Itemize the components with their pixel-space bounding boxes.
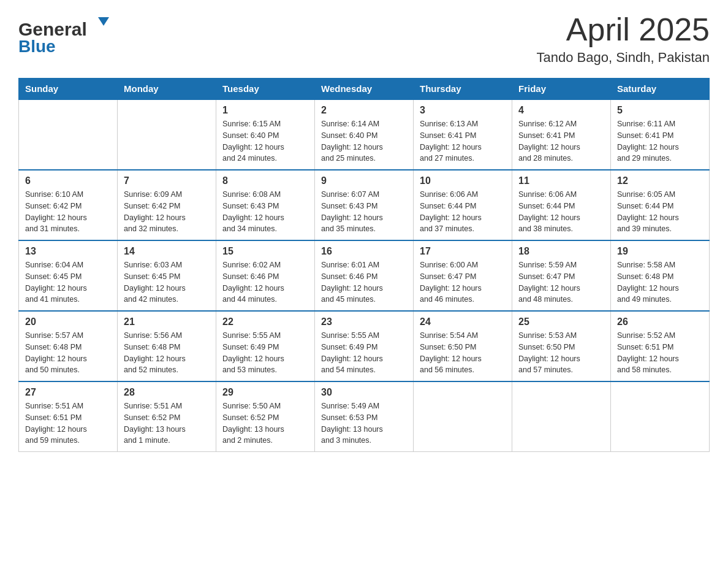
day-number: 11 (518, 175, 604, 186)
day-number: 9 (321, 175, 407, 186)
calendar-day-24: 24Sunrise: 5:54 AM Sunset: 6:50 PM Dayli… (414, 311, 512, 381)
day-info: Sunrise: 5:54 AM Sunset: 6:50 PM Dayligh… (420, 330, 506, 376)
day-info: Sunrise: 5:58 AM Sunset: 6:48 PM Dayligh… (617, 259, 703, 305)
day-number: 19 (617, 246, 703, 257)
day-info: Sunrise: 5:51 AM Sunset: 6:52 PM Dayligh… (124, 400, 210, 446)
day-info: Sunrise: 5:49 AM Sunset: 6:53 PM Dayligh… (321, 400, 407, 446)
day-number: 4 (518, 105, 604, 116)
day-number: 8 (222, 175, 308, 186)
day-number: 22 (222, 316, 308, 327)
day-info: Sunrise: 6:04 AM Sunset: 6:45 PM Dayligh… (25, 259, 111, 305)
calendar-day-26: 26Sunrise: 5:52 AM Sunset: 6:51 PM Dayli… (611, 311, 710, 381)
calendar-body: 1Sunrise: 6:15 AM Sunset: 6:40 PM Daylig… (19, 99, 710, 452)
day-info: Sunrise: 6:14 AM Sunset: 6:40 PM Dayligh… (321, 118, 407, 164)
day-number: 27 (25, 387, 111, 398)
day-number: 12 (617, 175, 703, 186)
calendar-day-30: 30Sunrise: 5:49 AM Sunset: 6:53 PM Dayli… (315, 381, 414, 452)
weekday-header-sunday: Sunday (19, 79, 118, 100)
calendar-day-9: 9Sunrise: 6:07 AM Sunset: 6:43 PM Daylig… (315, 170, 414, 240)
day-number: 1 (222, 105, 308, 116)
calendar-day-27: 27Sunrise: 5:51 AM Sunset: 6:51 PM Dayli… (19, 381, 118, 452)
weekday-header-friday: Friday (512, 79, 611, 100)
calendar-day-12: 12Sunrise: 6:05 AM Sunset: 6:44 PM Dayli… (611, 170, 710, 240)
calendar-day-19: 19Sunrise: 5:58 AM Sunset: 6:48 PM Dayli… (611, 240, 710, 311)
day-info: Sunrise: 5:59 AM Sunset: 6:47 PM Dayligh… (518, 259, 604, 305)
location-title: Tando Bago, Sindh, Pakistan (536, 50, 710, 66)
day-number: 2 (321, 105, 407, 116)
calendar-empty-cell (611, 381, 710, 452)
calendar-table: SundayMondayTuesdayWednesdayThursdayFrid… (18, 78, 710, 452)
day-number: 5 (617, 105, 703, 116)
day-info: Sunrise: 5:55 AM Sunset: 6:49 PM Dayligh… (321, 330, 407, 376)
day-info: Sunrise: 6:07 AM Sunset: 6:43 PM Dayligh… (321, 189, 407, 235)
calendar-day-5: 5Sunrise: 6:11 AM Sunset: 6:41 PM Daylig… (611, 99, 710, 170)
calendar-week-2: 6Sunrise: 6:10 AM Sunset: 6:42 PM Daylig… (19, 170, 710, 240)
day-info: Sunrise: 6:13 AM Sunset: 6:41 PM Dayligh… (420, 118, 506, 164)
day-number: 17 (420, 246, 506, 257)
day-number: 16 (321, 246, 407, 257)
day-number: 13 (25, 246, 111, 257)
day-number: 20 (25, 316, 111, 327)
calendar-day-28: 28Sunrise: 5:51 AM Sunset: 6:52 PM Dayli… (118, 381, 216, 452)
day-number: 23 (321, 316, 407, 327)
calendar-day-17: 17Sunrise: 6:00 AM Sunset: 6:47 PM Dayli… (414, 240, 512, 311)
weekday-header-thursday: Thursday (414, 79, 512, 100)
calendar-week-5: 27Sunrise: 5:51 AM Sunset: 6:51 PM Dayli… (19, 381, 710, 452)
calendar-week-3: 13Sunrise: 6:04 AM Sunset: 6:45 PM Dayli… (19, 240, 710, 311)
day-info: Sunrise: 6:06 AM Sunset: 6:44 PM Dayligh… (420, 189, 506, 235)
day-info: Sunrise: 5:57 AM Sunset: 6:48 PM Dayligh… (25, 330, 111, 376)
day-info: Sunrise: 5:56 AM Sunset: 6:48 PM Dayligh… (124, 330, 210, 376)
calendar-day-13: 13Sunrise: 6:04 AM Sunset: 6:45 PM Dayli… (19, 240, 118, 311)
calendar-day-8: 8Sunrise: 6:08 AM Sunset: 6:43 PM Daylig… (216, 170, 315, 240)
calendar-day-16: 16Sunrise: 6:01 AM Sunset: 6:46 PM Dayli… (315, 240, 414, 311)
page-header: General Blue April 2025 Tando Bago, Sind… (18, 12, 710, 66)
calendar-empty-cell (19, 99, 118, 170)
calendar-empty-cell (414, 381, 512, 452)
calendar-day-29: 29Sunrise: 5:50 AM Sunset: 6:52 PM Dayli… (216, 381, 315, 452)
day-info: Sunrise: 6:03 AM Sunset: 6:45 PM Dayligh… (124, 259, 210, 305)
calendar-header: SundayMondayTuesdayWednesdayThursdayFrid… (19, 79, 710, 100)
day-info: Sunrise: 6:10 AM Sunset: 6:42 PM Dayligh… (25, 189, 111, 235)
calendar-day-4: 4Sunrise: 6:12 AM Sunset: 6:41 PM Daylig… (512, 99, 611, 170)
day-number: 7 (124, 175, 210, 186)
day-number: 18 (518, 246, 604, 257)
calendar-day-10: 10Sunrise: 6:06 AM Sunset: 6:44 PM Dayli… (414, 170, 512, 240)
calendar-empty-cell (118, 99, 216, 170)
day-info: Sunrise: 5:53 AM Sunset: 6:50 PM Dayligh… (518, 330, 604, 376)
logo: General Blue (18, 12, 116, 55)
calendar-day-22: 22Sunrise: 5:55 AM Sunset: 6:49 PM Dayli… (216, 311, 315, 381)
calendar-day-2: 2Sunrise: 6:14 AM Sunset: 6:40 PM Daylig… (315, 99, 414, 170)
weekday-header-wednesday: Wednesday (315, 79, 414, 100)
day-info: Sunrise: 6:11 AM Sunset: 6:41 PM Dayligh… (617, 118, 703, 164)
day-number: 10 (420, 175, 506, 186)
day-number: 21 (124, 316, 210, 327)
calendar-day-18: 18Sunrise: 5:59 AM Sunset: 6:47 PM Dayli… (512, 240, 611, 311)
calendar-empty-cell (512, 381, 611, 452)
calendar-day-6: 6Sunrise: 6:10 AM Sunset: 6:42 PM Daylig… (19, 170, 118, 240)
calendar-day-21: 21Sunrise: 5:56 AM Sunset: 6:48 PM Dayli… (118, 311, 216, 381)
day-number: 14 (124, 246, 210, 257)
day-info: Sunrise: 5:50 AM Sunset: 6:52 PM Dayligh… (222, 400, 308, 446)
calendar-day-23: 23Sunrise: 5:55 AM Sunset: 6:49 PM Dayli… (315, 311, 414, 381)
day-info: Sunrise: 5:51 AM Sunset: 6:51 PM Dayligh… (25, 400, 111, 446)
logo-svg: General Blue (18, 12, 116, 55)
svg-marker-1 (98, 17, 109, 26)
calendar-day-3: 3Sunrise: 6:13 AM Sunset: 6:41 PM Daylig… (414, 99, 512, 170)
svg-text:Blue: Blue (18, 37, 56, 55)
title-block: April 2025 Tando Bago, Sindh, Pakistan (536, 12, 710, 66)
day-number: 15 (222, 246, 308, 257)
day-number: 29 (222, 387, 308, 398)
day-number: 26 (617, 316, 703, 327)
calendar-day-1: 1Sunrise: 6:15 AM Sunset: 6:40 PM Daylig… (216, 99, 315, 170)
day-info: Sunrise: 6:09 AM Sunset: 6:42 PM Dayligh… (124, 189, 210, 235)
day-info: Sunrise: 5:55 AM Sunset: 6:49 PM Dayligh… (222, 330, 308, 376)
calendar-day-25: 25Sunrise: 5:53 AM Sunset: 6:50 PM Dayli… (512, 311, 611, 381)
day-info: Sunrise: 6:02 AM Sunset: 6:46 PM Dayligh… (222, 259, 308, 305)
weekday-header-monday: Monday (118, 79, 216, 100)
day-number: 30 (321, 387, 407, 398)
day-number: 24 (420, 316, 506, 327)
day-number: 28 (124, 387, 210, 398)
weekday-header-tuesday: Tuesday (216, 79, 315, 100)
day-number: 25 (518, 316, 604, 327)
weekday-header-row: SundayMondayTuesdayWednesdayThursdayFrid… (19, 79, 710, 100)
